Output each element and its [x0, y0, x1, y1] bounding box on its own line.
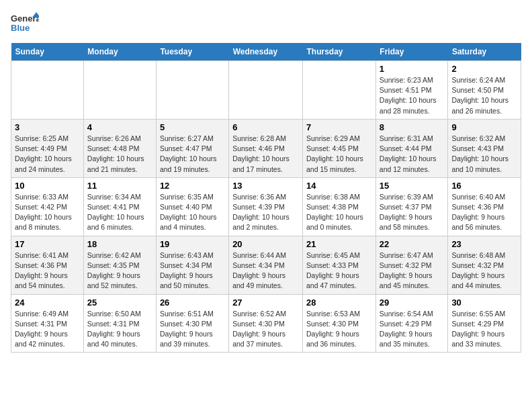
day-number: 12 — [160, 181, 225, 191]
weekday-header-saturday: Saturday — [448, 43, 521, 61]
day-info: Sunrise: 6:31 AM Sunset: 4:44 PM Dayligh… — [380, 134, 445, 175]
day-number: 27 — [232, 298, 299, 308]
day-info: Sunrise: 6:41 AM Sunset: 4:36 PM Dayligh… — [15, 250, 80, 291]
day-number: 1 — [380, 64, 445, 74]
day-number: 28 — [306, 298, 372, 308]
weekday-header-row: SundayMondayTuesdayWednesdayThursdayFrid… — [11, 43, 521, 61]
day-info: Sunrise: 6:24 AM Sunset: 4:50 PM Dayligh… — [451, 75, 517, 116]
day-info: Sunrise: 6:38 AM Sunset: 4:38 PM Dayligh… — [306, 192, 372, 233]
day-info: Sunrise: 6:39 AM Sunset: 4:37 PM Dayligh… — [380, 192, 445, 233]
calendar-cell: 2Sunrise: 6:24 AM Sunset: 4:50 PM Daylig… — [448, 61, 521, 120]
day-info: Sunrise: 6:36 AM Sunset: 4:39 PM Dayligh… — [232, 192, 299, 233]
day-number: 26 — [160, 298, 225, 308]
weekday-header-thursday: Thursday — [303, 43, 376, 61]
calendar-cell: 1Sunrise: 6:23 AM Sunset: 4:51 PM Daylig… — [375, 61, 448, 120]
calendar-cell — [83, 61, 156, 120]
calendar-cell: 29Sunrise: 6:54 AM Sunset: 4:29 PM Dayli… — [375, 294, 448, 353]
day-number: 29 — [380, 298, 445, 308]
calendar-cell — [303, 61, 376, 120]
general-blue-logo-icon: General Blue — [11, 11, 39, 35]
day-info: Sunrise: 6:26 AM Sunset: 4:48 PM Dayligh… — [87, 134, 152, 175]
day-info: Sunrise: 6:50 AM Sunset: 4:31 PM Dayligh… — [87, 309, 152, 350]
week-row-2: 3Sunrise: 6:25 AM Sunset: 4:49 PM Daylig… — [11, 119, 521, 177]
day-number: 8 — [380, 122, 445, 132]
day-info: Sunrise: 6:52 AM Sunset: 4:30 PM Dayligh… — [232, 309, 299, 350]
day-number: 15 — [380, 181, 445, 191]
day-info: Sunrise: 6:54 AM Sunset: 4:29 PM Dayligh… — [380, 309, 445, 350]
calendar-cell — [11, 61, 84, 120]
logo: General Blue — [11, 11, 39, 35]
calendar-cell — [229, 61, 303, 120]
calendar-cell: 25Sunrise: 6:50 AM Sunset: 4:31 PM Dayli… — [83, 294, 156, 353]
calendar-cell: 7Sunrise: 6:29 AM Sunset: 4:45 PM Daylig… — [303, 119, 376, 177]
calendar-cell: 30Sunrise: 6:55 AM Sunset: 4:29 PM Dayli… — [448, 294, 521, 353]
day-info: Sunrise: 6:27 AM Sunset: 4:47 PM Dayligh… — [160, 134, 225, 175]
day-info: Sunrise: 6:51 AM Sunset: 4:30 PM Dayligh… — [160, 309, 225, 350]
calendar-cell: 4Sunrise: 6:26 AM Sunset: 4:48 PM Daylig… — [83, 119, 156, 177]
day-number: 21 — [306, 239, 372, 249]
weekday-header-friday: Friday — [375, 43, 448, 61]
day-info: Sunrise: 6:55 AM Sunset: 4:29 PM Dayligh… — [451, 309, 517, 350]
calendar-cell: 6Sunrise: 6:28 AM Sunset: 4:46 PM Daylig… — [229, 119, 303, 177]
day-info: Sunrise: 6:29 AM Sunset: 4:45 PM Dayligh… — [306, 134, 372, 175]
day-number: 5 — [160, 122, 225, 132]
day-info: Sunrise: 6:32 AM Sunset: 4:43 PM Dayligh… — [451, 134, 517, 175]
day-number: 23 — [451, 239, 517, 249]
calendar-cell: 11Sunrise: 6:34 AM Sunset: 4:41 PM Dayli… — [83, 177, 156, 236]
day-info: Sunrise: 6:43 AM Sunset: 4:34 PM Dayligh… — [160, 250, 225, 291]
calendar-cell: 28Sunrise: 6:53 AM Sunset: 4:30 PM Dayli… — [303, 294, 376, 353]
day-info: Sunrise: 6:44 AM Sunset: 4:34 PM Dayligh… — [232, 250, 299, 291]
calendar-cell: 22Sunrise: 6:47 AM Sunset: 4:32 PM Dayli… — [375, 236, 448, 294]
weekday-header-tuesday: Tuesday — [156, 43, 228, 61]
day-number: 19 — [160, 239, 225, 249]
day-info: Sunrise: 6:47 AM Sunset: 4:32 PM Dayligh… — [380, 250, 445, 291]
day-number: 13 — [232, 181, 299, 191]
day-info: Sunrise: 6:28 AM Sunset: 4:46 PM Dayligh… — [232, 134, 299, 175]
calendar-cell: 18Sunrise: 6:42 AM Sunset: 4:35 PM Dayli… — [83, 236, 156, 294]
calendar-cell: 24Sunrise: 6:49 AM Sunset: 4:31 PM Dayli… — [11, 294, 84, 353]
day-info: Sunrise: 6:53 AM Sunset: 4:30 PM Dayligh… — [306, 309, 372, 350]
day-number: 18 — [87, 239, 152, 249]
calendar-cell: 13Sunrise: 6:36 AM Sunset: 4:39 PM Dayli… — [229, 177, 303, 236]
calendar-cell: 10Sunrise: 6:33 AM Sunset: 4:42 PM Dayli… — [11, 177, 84, 236]
calendar-cell: 23Sunrise: 6:48 AM Sunset: 4:32 PM Dayli… — [448, 236, 521, 294]
calendar-cell: 14Sunrise: 6:38 AM Sunset: 4:38 PM Dayli… — [303, 177, 376, 236]
weekday-header-wednesday: Wednesday — [229, 43, 303, 61]
day-number: 24 — [15, 298, 80, 308]
day-number: 2 — [451, 64, 517, 74]
day-number: 16 — [451, 181, 517, 191]
week-row-3: 10Sunrise: 6:33 AM Sunset: 4:42 PM Dayli… — [11, 177, 521, 236]
weekday-header-monday: Monday — [83, 43, 156, 61]
calendar-cell: 19Sunrise: 6:43 AM Sunset: 4:34 PM Dayli… — [156, 236, 228, 294]
calendar-cell: 16Sunrise: 6:40 AM Sunset: 4:36 PM Dayli… — [448, 177, 521, 236]
page-header: General Blue — [11, 11, 521, 35]
day-info: Sunrise: 6:40 AM Sunset: 4:36 PM Dayligh… — [451, 192, 517, 233]
day-number: 9 — [451, 122, 517, 132]
day-info: Sunrise: 6:49 AM Sunset: 4:31 PM Dayligh… — [15, 309, 80, 350]
calendar-cell: 12Sunrise: 6:35 AM Sunset: 4:40 PM Dayli… — [156, 177, 228, 236]
day-number: 4 — [87, 122, 152, 132]
calendar-cell: 9Sunrise: 6:32 AM Sunset: 4:43 PM Daylig… — [448, 119, 521, 177]
calendar-cell: 5Sunrise: 6:27 AM Sunset: 4:47 PM Daylig… — [156, 119, 228, 177]
week-row-5: 24Sunrise: 6:49 AM Sunset: 4:31 PM Dayli… — [11, 294, 521, 353]
calendar-cell: 8Sunrise: 6:31 AM Sunset: 4:44 PM Daylig… — [375, 119, 448, 177]
calendar-cell: 20Sunrise: 6:44 AM Sunset: 4:34 PM Dayli… — [229, 236, 303, 294]
day-info: Sunrise: 6:25 AM Sunset: 4:49 PM Dayligh… — [15, 134, 80, 175]
calendar-cell: 17Sunrise: 6:41 AM Sunset: 4:36 PM Dayli… — [11, 236, 84, 294]
svg-text:Blue: Blue — [11, 23, 30, 33]
day-number: 3 — [15, 122, 80, 132]
day-number: 6 — [232, 122, 299, 132]
day-info: Sunrise: 6:48 AM Sunset: 4:32 PM Dayligh… — [451, 250, 517, 291]
calendar-cell: 21Sunrise: 6:45 AM Sunset: 4:33 PM Dayli… — [303, 236, 376, 294]
day-number: 22 — [380, 239, 445, 249]
week-row-1: 1Sunrise: 6:23 AM Sunset: 4:51 PM Daylig… — [11, 61, 521, 120]
weekday-header-sunday: Sunday — [11, 43, 84, 61]
calendar-cell: 27Sunrise: 6:52 AM Sunset: 4:30 PM Dayli… — [229, 294, 303, 353]
day-info: Sunrise: 6:23 AM Sunset: 4:51 PM Dayligh… — [380, 75, 445, 116]
day-info: Sunrise: 6:33 AM Sunset: 4:42 PM Dayligh… — [15, 192, 80, 233]
calendar-table: SundayMondayTuesdayWednesdayThursdayFrid… — [11, 43, 521, 353]
day-info: Sunrise: 6:42 AM Sunset: 4:35 PM Dayligh… — [87, 250, 152, 291]
calendar-cell: 15Sunrise: 6:39 AM Sunset: 4:37 PM Dayli… — [375, 177, 448, 236]
day-info: Sunrise: 6:45 AM Sunset: 4:33 PM Dayligh… — [306, 250, 372, 291]
week-row-4: 17Sunrise: 6:41 AM Sunset: 4:36 PM Dayli… — [11, 236, 521, 294]
